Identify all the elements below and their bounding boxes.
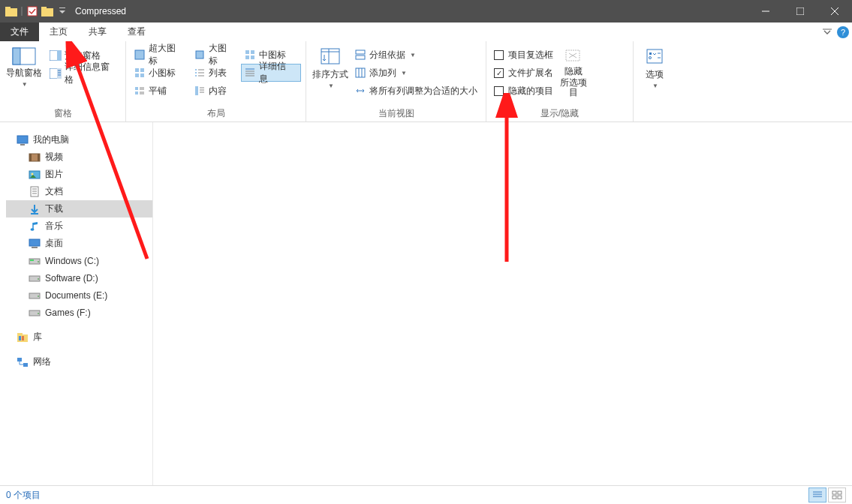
ribbon: 导航窗格 ▼ 预览窗格 详细信息窗格 窗格 超大图标 小图标: [0, 41, 852, 122]
svg-rect-60: [649, 52, 652, 55]
tree-my-computer[interactable]: 我的电脑: [6, 131, 152, 148]
maximize-button[interactable]: [783, 0, 817, 22]
svg-rect-95: [832, 491, 836, 494]
desktop-icon: [29, 238, 41, 250]
tree-drive-d[interactable]: Software (D:): [6, 269, 152, 286]
add-columns-button[interactable]: 添加列▼: [351, 64, 480, 82]
tree-videos[interactable]: 视频: [6, 148, 152, 166]
ribbon-group-panes: 导航窗格 ▼ 预览窗格 详细信息窗格 窗格: [0, 41, 126, 122]
downloads-icon: [29, 203, 41, 215]
documents-icon: [29, 186, 41, 198]
layout-extra-large[interactable]: 超大图标: [131, 46, 191, 64]
item-checkboxes-toggle[interactable]: 项目复选框: [491, 46, 556, 64]
sort-button[interactable]: 排序方式 ▼: [311, 44, 350, 106]
tree-desktop[interactable]: 桌面: [6, 235, 152, 252]
group-by-button[interactable]: 分组依据▼: [351, 46, 480, 64]
layout-tiles[interactable]: 平铺: [131, 82, 191, 100]
chevron-down-icon: ▼: [410, 52, 416, 58]
tree-libraries[interactable]: 库: [6, 328, 152, 346]
layout-list[interactable]: 列表: [191, 64, 242, 82]
tree-drive-c[interactable]: Windows (C:): [6, 252, 152, 269]
status-bar: 0 个项目: [0, 485, 852, 504]
extra-large-icon: [134, 49, 146, 61]
svg-point-74: [31, 228, 35, 231]
minimize-button[interactable]: [748, 0, 783, 22]
svg-point-85: [38, 313, 39, 314]
hide-selected-button[interactable]: 隐藏 所选项目: [556, 44, 591, 106]
tree-network[interactable]: 网络: [6, 353, 152, 370]
tiles-icon: [134, 85, 146, 97]
status-item-count: 0 个项目: [6, 489, 41, 502]
hidden-items-toggle[interactable]: 隐藏的项目: [491, 82, 556, 100]
options-button[interactable]: 选项 ▼: [638, 44, 671, 106]
nav-pane-button[interactable]: 导航窗格 ▼: [5, 44, 44, 106]
svg-rect-54: [356, 56, 365, 59]
svg-rect-25: [135, 87, 138, 90]
ribbon-group-layout: 超大图标 小图标 平铺 大图标 列表 内容 中图标 详细信息 . 布局: [126, 41, 306, 122]
tree-drive-f[interactable]: Games (F:): [6, 304, 152, 321]
svg-rect-21: [135, 68, 139, 72]
svg-rect-34: [195, 72, 197, 74]
svg-rect-45: [251, 56, 254, 59]
file-ext-toggle[interactable]: ✓文件扩展名: [491, 64, 556, 82]
tree-drive-e[interactable]: Documents (E:): [6, 286, 152, 304]
view-details-button[interactable]: [808, 488, 826, 502]
svg-rect-12: [13, 48, 20, 64]
svg-rect-59: [647, 50, 662, 63]
svg-point-79: [38, 261, 39, 262]
checkbox-icon: [494, 50, 504, 60]
svg-rect-5: [41, 7, 47, 10]
options-icon: [644, 47, 665, 67]
tree-downloads[interactable]: 下载: [6, 200, 152, 218]
qat-dropdown-icon[interactable]: [56, 3, 69, 20]
network-icon: [17, 356, 29, 368]
svg-rect-20: [135, 50, 144, 59]
svg-point-81: [38, 278, 39, 280]
navigation-tree[interactable]: 我的电脑 视频 图片 文档 下载 音乐 桌面 Windows (C:) Soft…: [0, 122, 153, 485]
svg-rect-66: [38, 154, 40, 161]
svg-rect-8: [796, 8, 804, 15]
svg-rect-88: [19, 336, 21, 340]
qat-separator: [20, 3, 24, 20]
tree-documents[interactable]: 文档: [6, 183, 152, 200]
svg-rect-63: [20, 144, 25, 146]
tree-music[interactable]: 音乐: [6, 218, 152, 235]
svg-rect-87: [17, 333, 23, 336]
layout-content[interactable]: 内容: [191, 82, 242, 100]
size-columns-button[interactable]: 将所有列调整为合适的大小: [351, 82, 480, 100]
layout-large[interactable]: 大图标: [191, 46, 242, 64]
svg-rect-24: [140, 74, 144, 77]
tab-view[interactable]: 查看: [117, 22, 156, 41]
minimize-ribbon-icon[interactable]: [822, 28, 832, 36]
chevron-down-icon: ▼: [22, 81, 28, 88]
svg-rect-62: [17, 136, 28, 143]
layout-details[interactable]: 详细信息: [241, 64, 301, 82]
svg-rect-98: [838, 496, 841, 499]
properties-icon[interactable]: [26, 3, 39, 20]
svg-rect-28: [135, 92, 138, 94]
help-icon[interactable]: ?: [837, 26, 849, 38]
svg-rect-23: [135, 74, 139, 77]
pictures-icon: [29, 169, 41, 181]
tree-pictures[interactable]: 图片: [6, 166, 152, 183]
chevron-down-icon: ▼: [652, 82, 658, 89]
svg-rect-78: [30, 260, 34, 261]
close-button[interactable]: [817, 0, 852, 22]
svg-rect-16: [57, 68, 62, 79]
svg-rect-65: [29, 154, 32, 161]
file-list-area[interactable]: [153, 122, 852, 485]
drive-icon: [29, 272, 41, 284]
small-icon: [134, 67, 146, 79]
details-pane-button[interactable]: 详细信息窗格: [47, 65, 121, 82]
ribbon-group-current-view: 排序方式 ▼ 分组依据▼ 添加列▼ 将所有列调整为合适的大小 当前视图: [306, 41, 486, 122]
tab-home[interactable]: 主页: [39, 22, 78, 41]
tab-file[interactable]: 文件: [0, 22, 39, 41]
preview-pane-icon: [50, 50, 62, 62]
svg-rect-90: [17, 358, 22, 362]
layout-small[interactable]: 小图标: [131, 64, 191, 82]
folder-alt-icon[interactable]: [41, 3, 54, 20]
view-large-button[interactable]: [828, 488, 846, 502]
svg-rect-42: [245, 50, 249, 54]
tab-share[interactable]: 共享: [78, 22, 117, 41]
window-controls: [748, 0, 852, 22]
